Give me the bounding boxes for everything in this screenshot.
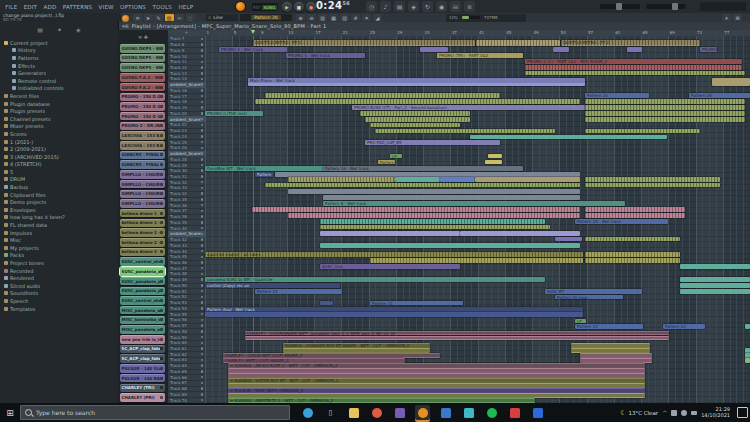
browser-item-recent-files[interactable]: Recent files bbox=[0, 92, 118, 100]
battery-icon[interactable] bbox=[691, 411, 697, 415]
pattern-mute-dot[interactable] bbox=[160, 124, 163, 127]
pattern-charley-pri[interactable]: CHARLEY (PRI) bbox=[120, 393, 165, 402]
playlist-clip[interactable] bbox=[205, 312, 583, 317]
track-mute-dot[interactable] bbox=[201, 221, 204, 224]
zoom-in-icon[interactable]: ⊕ bbox=[296, 14, 305, 21]
pattern-simpllo-choir-ad-2[interactable]: SIMPLLO - CHOIR ad_2 bbox=[120, 180, 165, 189]
pattern-giancrs-final-set-1[interactable]: GIANCRS - FINAL SET_1 bbox=[120, 151, 165, 160]
track-mute-dot[interactable] bbox=[201, 364, 204, 367]
media-app-icon[interactable] bbox=[507, 405, 522, 420]
weather-widget[interactable]: ☾ 13°C Clear bbox=[620, 409, 658, 417]
pattern-mute-dot[interactable] bbox=[160, 212, 163, 215]
playlist-clip[interactable] bbox=[525, 71, 745, 75]
flag-icon[interactable]: ◢ bbox=[373, 14, 382, 21]
clock[interactable]: 21:29 14/10/2021 bbox=[701, 407, 730, 418]
movies-app-icon[interactable] bbox=[438, 405, 453, 420]
browser-item-initialized-controls[interactable]: Initialized controls bbox=[0, 85, 118, 93]
playlist-clip[interactable]: Pattern 11 bbox=[370, 301, 463, 305]
playlist-clip[interactable]: Pattern 24 bbox=[585, 93, 649, 98]
pencil-tool-icon[interactable]: ✎ bbox=[154, 14, 163, 21]
track-mute-dot[interactable] bbox=[201, 296, 204, 299]
pattern-gusno-f-a-2-wet-1[interactable]: GUSNO F.A.2 - WET_1 bbox=[120, 73, 165, 82]
playlist-clip[interactable]: LP bbox=[390, 154, 402, 158]
track-mute-dot[interactable] bbox=[201, 164, 204, 167]
playlist-clip[interactable] bbox=[475, 177, 580, 182]
pattern-misc-kontrolka-w[interactable]: MISC_kontrolka_w bbox=[120, 316, 165, 325]
track-mute-dot[interactable] bbox=[201, 319, 204, 322]
track-mute-dot[interactable] bbox=[201, 135, 204, 138]
pattern-sc-acp-clap-fake-2[interactable]: SC_ACP_clap_fake_2 bbox=[120, 354, 165, 363]
track-mute-dot[interactable] bbox=[201, 141, 204, 144]
pattern-gusno-dkps-wet-2[interactable]: GUSNO DKPS - WET_2 bbox=[120, 54, 165, 63]
track-mute-dot[interactable] bbox=[201, 152, 204, 155]
track-mute-dot[interactable] bbox=[201, 261, 204, 264]
menu-patterns[interactable]: PATTERNS bbox=[60, 4, 96, 10]
playlist-clip[interactable] bbox=[375, 129, 555, 133]
browser-item-mixer-presets[interactable]: Mixer presets bbox=[0, 123, 118, 131]
track-mute-dot[interactable] bbox=[201, 78, 204, 81]
pattern-mute-dot[interactable] bbox=[160, 144, 163, 147]
track-mute-dot[interactable] bbox=[201, 278, 204, 281]
pattern-sc-acp-clap-fake-1[interactable]: SC_ACP_clap_fake_1 bbox=[120, 345, 165, 354]
playlist-clip[interactable]: PRO PAD_CdP_B5 bbox=[365, 140, 500, 145]
browser-item-plugin-presets[interactable]: Plugin presets bbox=[0, 107, 118, 115]
pattern-mute-dot[interactable] bbox=[160, 47, 163, 50]
playlist-clip[interactable]: Pattern 21 bbox=[255, 289, 342, 294]
track-mute-dot[interactable] bbox=[201, 43, 204, 46]
playlist-clip[interactable] bbox=[323, 195, 580, 200]
track-mute-dot[interactable] bbox=[201, 181, 204, 184]
playlist-clip[interactable] bbox=[585, 177, 720, 182]
browser-item-5[interactable]: 5 bbox=[0, 168, 118, 176]
playlist-clip[interactable] bbox=[627, 47, 642, 52]
playlist-clip[interactable] bbox=[370, 123, 460, 127]
star-icon[interactable]: ✦ bbox=[362, 14, 371, 21]
menu-view[interactable]: VIEW bbox=[95, 4, 116, 10]
track-mute-dot[interactable] bbox=[201, 147, 204, 150]
track-mute-dot[interactable] bbox=[201, 95, 204, 98]
pattern-susc-panakeia-pri-1[interactable]: SUSC_panakeia_pri_1 bbox=[120, 277, 165, 286]
track-mute-dot[interactable] bbox=[201, 353, 204, 356]
track-mute-dot[interactable] bbox=[201, 359, 204, 362]
pattern-mute-dot[interactable] bbox=[160, 183, 163, 186]
playlist-clip[interactable]: PROMO - S bbox=[700, 47, 717, 52]
song-mode-label[interactable]: SONG bbox=[262, 5, 277, 10]
playlist-clip[interactable] bbox=[265, 93, 500, 98]
playlist-clip[interactable]: Pattern 9 bbox=[255, 172, 273, 177]
pattern-mute-dot[interactable] bbox=[160, 338, 163, 341]
pattern-gusno-f-a-2-wet-2[interactable]: GUSNO F.A.2 - WET_2 bbox=[120, 83, 165, 92]
track-mute-dot[interactable] bbox=[201, 330, 204, 333]
maximize-icon[interactable]: ⊞ bbox=[733, 14, 742, 21]
playlist-clip[interactable] bbox=[585, 105, 745, 110]
pattern-picker-header[interactable]: ≡ ✚ bbox=[118, 32, 168, 41]
zoom-out-icon[interactable]: ⊖ bbox=[307, 14, 316, 21]
playlist-clip[interactable] bbox=[360, 111, 470, 116]
pattern-simpllo-choir-ad-1[interactable]: SIMPLLO - CHOIR ad_1 bbox=[120, 170, 165, 179]
master-volume-slider[interactable] bbox=[646, 4, 686, 9]
pattern-mute-dot[interactable] bbox=[160, 328, 163, 331]
pattern-susc-panakeia-pri-2[interactable]: SUSC_panakeia_pri_2 bbox=[120, 287, 165, 296]
time-display[interactable]: 0:2456 bbox=[316, 0, 360, 13]
track-mute-dot[interactable] bbox=[201, 72, 204, 75]
pattern-susc-panakeia-alan[interactable]: SUSC_panakeia_alan bbox=[120, 267, 165, 276]
playlist-clip[interactable] bbox=[585, 99, 745, 104]
playlist-clip[interactable]: PROMO 2 (C) - PART 1&2 - RED ROOM_2 bbox=[525, 59, 742, 64]
main-menu-icon[interactable]: ≡ bbox=[133, 14, 142, 21]
playlist-clip[interactable] bbox=[320, 225, 550, 229]
pattern-bellona-drone-2-tu-1[interactable]: bellona drone 2 - Tu_1 bbox=[120, 228, 165, 237]
playlist-clip[interactable] bbox=[712, 78, 750, 86]
playlist-clip[interactable]: Main Piano - Wet track bbox=[248, 78, 585, 86]
playlist-clip[interactable]: panakeia SUSC bt BPt - Quantize bbox=[205, 277, 545, 282]
pattern-mute-dot[interactable] bbox=[160, 173, 163, 176]
slice-tool-icon[interactable]: ✂ bbox=[175, 14, 184, 21]
browser-item-generators[interactable]: Generators bbox=[0, 69, 118, 77]
playlist-clip[interactable]: SUSC BT bbox=[545, 289, 642, 294]
browser-item-plugin-database[interactable]: Plugin database bbox=[0, 100, 118, 108]
browser-tab-plugins[interactable]: ◈ bbox=[76, 26, 81, 36]
track-mute-dot[interactable] bbox=[201, 106, 204, 109]
browser-tab-all[interactable]: ▤ bbox=[37, 26, 43, 36]
task-view-icon[interactable]: ▯ bbox=[323, 405, 338, 420]
track-mute-dot[interactable] bbox=[201, 215, 204, 218]
play-button[interactable]: ▶ bbox=[282, 2, 292, 12]
playlist-clip[interactable]: Pattern 16 - Wet track bbox=[323, 166, 523, 171]
playlist-clip[interactable] bbox=[680, 264, 750, 269]
